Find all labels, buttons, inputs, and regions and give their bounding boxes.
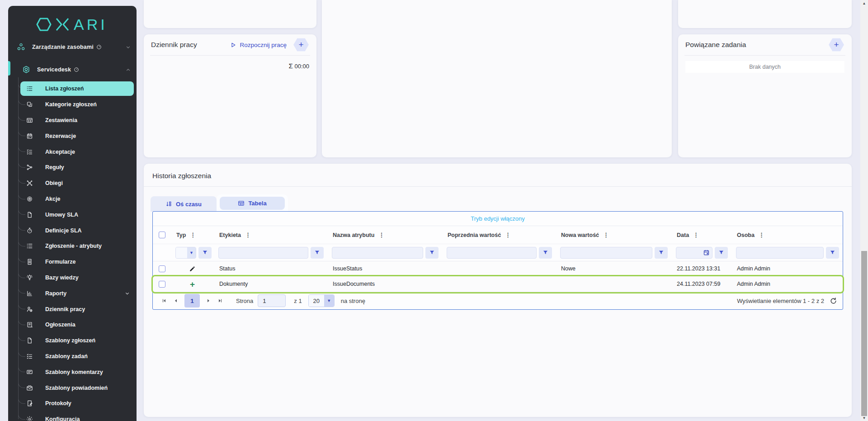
first-page-button[interactable] xyxy=(158,295,170,307)
sidebar-item-bazy-wiedzy[interactable]: Bazy wiedzy xyxy=(8,270,137,286)
tab-timeline[interactable]: Oś czasu xyxy=(151,196,217,212)
add-worklog-button[interactable]: + xyxy=(293,38,309,52)
target-icon xyxy=(26,195,33,202)
osoba-filter-input[interactable] xyxy=(736,247,824,259)
sidebar-item-label: Rezerwacje xyxy=(45,133,76,139)
sort-numeric-icon xyxy=(165,201,172,208)
sidebar-item-rezerwacje[interactable]: Rezerwacje xyxy=(8,128,137,144)
typ-filter-button[interactable] xyxy=(198,247,212,259)
sidebar-item-dziennik-pracy[interactable]: Dziennik pracy xyxy=(8,301,137,317)
column-menu-icon[interactable]: ⋮ xyxy=(603,232,609,238)
sidebar-section-servicedesk[interactable]: Servicedesk xyxy=(8,61,137,78)
chevron-up-icon xyxy=(125,67,131,73)
history-row-2[interactable]: +DokumentyIssueDocuments24.11.2023 07:59… xyxy=(153,276,843,292)
sidebar-item-reguly[interactable]: Reguły xyxy=(8,160,137,175)
sidebar-item-akceptacje[interactable]: Akceptacje xyxy=(8,144,137,160)
typ-filter-dropdown[interactable]: ▼ xyxy=(175,247,196,259)
sidebar-item-umowy-sla[interactable]: Umowy SLA xyxy=(8,207,137,222)
start-work-link[interactable]: Rozpocznij pracę xyxy=(230,42,287,48)
sidebar-item-akcje[interactable]: Akcje xyxy=(8,191,137,207)
sidebar-section-label: Servicedesk xyxy=(37,66,71,73)
history-row-1[interactable]: StatusIssueStatusNowe22.11.2023 13:31Adm… xyxy=(153,261,843,276)
mail-icon xyxy=(26,384,33,391)
sidebar-section-label: Zarządzanie zasobami xyxy=(32,44,94,50)
column-header-etykieta[interactable]: Etykieta⋮ xyxy=(214,232,327,238)
sidebar-item-zgloszenie-atrybuty[interactable]: Zgłoszenie - atrybuty xyxy=(8,238,137,254)
sidebar-item-szablony-komentarzy[interactable]: Szablony komentarzy xyxy=(8,364,137,380)
previous-page-button[interactable] xyxy=(170,295,182,307)
etykieta-filter-button[interactable] xyxy=(311,247,324,259)
row-checkbox[interactable] xyxy=(159,265,165,272)
sidebar-item-raporty[interactable]: Raporty xyxy=(8,285,137,301)
current-page-button[interactable]: 1 xyxy=(184,294,200,307)
select-all-checkbox[interactable] xyxy=(159,232,165,238)
sidebar-item-obiegi[interactable]: Obiegi xyxy=(8,175,137,191)
sidebar-item-szablony-powiadomien[interactable]: Szablony powiadomień xyxy=(8,380,137,396)
sidebar-item-label: Konfiguracja xyxy=(45,416,80,421)
page-number-input[interactable] xyxy=(258,294,286,307)
page-scrollbar[interactable]: ▲ ▼ xyxy=(860,0,868,421)
column-menu-icon[interactable]: ⋮ xyxy=(759,232,764,238)
sidebar-item-label: Protokoły xyxy=(45,400,71,407)
data-filter-button[interactable] xyxy=(715,247,728,259)
osoba-filter-button[interactable] xyxy=(826,247,839,259)
sidebar-item-formularze[interactable]: Formularze xyxy=(8,254,137,270)
column-menu-icon[interactable]: ⋮ xyxy=(505,232,511,238)
column-header-data[interactable]: Data⋮ xyxy=(671,232,731,238)
sidebar-item-definicje-sla[interactable]: Definicje SLA xyxy=(8,222,137,238)
funnel-icon xyxy=(718,250,724,255)
poprzednia-wartosc-filter-button[interactable] xyxy=(539,247,552,259)
chevron-down-icon xyxy=(124,290,130,296)
nowa-wartosc-filter-button[interactable] xyxy=(655,247,668,259)
sidebar-item-zestawienia[interactable]: Zestawienia xyxy=(8,113,137,128)
nazwa-atrybutu-filter-input[interactable] xyxy=(332,247,423,259)
scrollbar-up-arrow[interactable]: ▲ xyxy=(860,0,868,6)
items-summary: Wyświetlanie elementów 1 - 2 z 2 xyxy=(737,298,824,304)
poprzednia-wartosc-filter-input[interactable] xyxy=(447,247,537,259)
column-header-osoba[interactable]: Osoba⋮ xyxy=(731,232,843,238)
page-size-select[interactable]: 20 ▼ xyxy=(308,294,335,307)
scrollbar-down-arrow[interactable]: ▼ xyxy=(860,415,868,421)
column-menu-icon[interactable]: ⋮ xyxy=(190,232,196,238)
sidebar-item-ogloszenia[interactable]: Ogłoszenia xyxy=(8,317,137,333)
row-label: Status xyxy=(214,265,327,272)
sidebar-item-label: Dziennik pracy xyxy=(45,306,85,312)
add-related-task-button[interactable]: + xyxy=(828,38,844,52)
row-type-icon-cell: + xyxy=(171,280,214,289)
etykieta-filter-input[interactable] xyxy=(218,247,308,259)
column-menu-icon[interactable]: ⋮ xyxy=(245,232,251,238)
data-filter-input[interactable] xyxy=(676,247,712,259)
column-header-poprzednia-wartosc[interactable]: Poprzednia wartość⋮ xyxy=(442,232,556,238)
scrollbar-thumb[interactable] xyxy=(861,251,867,416)
sidebar-item-konfiguracja[interactable]: Konfiguracja xyxy=(8,412,137,421)
tab-table[interactable]: Tabela xyxy=(217,194,288,212)
list-icon xyxy=(26,243,33,250)
next-page-button[interactable] xyxy=(203,295,214,307)
sidebar-item-kategorie-zgloszen[interactable]: Kategorie zgłoszeń xyxy=(8,97,137,113)
nowa-wartosc-filter-input[interactable] xyxy=(560,247,652,259)
sidebar-item-szablony-zadan[interactable]: Szablony zadań xyxy=(8,349,137,364)
refresh-icon[interactable] xyxy=(830,297,837,305)
last-page-button[interactable] xyxy=(214,295,226,307)
column-menu-icon[interactable]: ⋮ xyxy=(378,232,384,238)
sidebar-item-lista-zgloszen[interactable]: Lista zgłoszeń xyxy=(8,81,137,97)
calendar-icon[interactable] xyxy=(703,249,710,256)
related-tasks-card: Powiązane zadania + Brak danych xyxy=(678,34,852,157)
row-checkbox[interactable] xyxy=(159,281,165,288)
headset-icon xyxy=(22,65,33,74)
column-header-nazwa-atrybutu[interactable]: Nazwa atrybutu⋮ xyxy=(327,232,442,238)
sidebar-item-protokoly[interactable]: Protokoły xyxy=(8,396,137,412)
row-person: Admin Admin xyxy=(731,281,843,287)
sidebar-section-resources[interactable]: Zarządzanie zasobami xyxy=(8,38,137,56)
divider xyxy=(144,186,852,187)
sidebar-item-szablony-zgloszen[interactable]: Szablony zgłoszeń xyxy=(8,333,137,349)
funnel-icon xyxy=(429,250,435,255)
column-menu-icon[interactable]: ⋮ xyxy=(693,232,699,238)
column-header-typ[interactable]: Typ⋮ xyxy=(171,232,214,238)
issue-history-card: Historia zgłoszenia Oś czasu Tabela Tryb… xyxy=(144,164,852,417)
sidebar-item-label: Kategorie zgłoszeń xyxy=(45,101,97,108)
column-header-nowa-wartosc[interactable]: Nowa wartość⋮ xyxy=(556,232,671,238)
checklist-icon xyxy=(26,148,33,155)
plus-icon: + xyxy=(190,280,195,289)
nazwa-atrybutu-filter-button[interactable] xyxy=(425,247,439,259)
